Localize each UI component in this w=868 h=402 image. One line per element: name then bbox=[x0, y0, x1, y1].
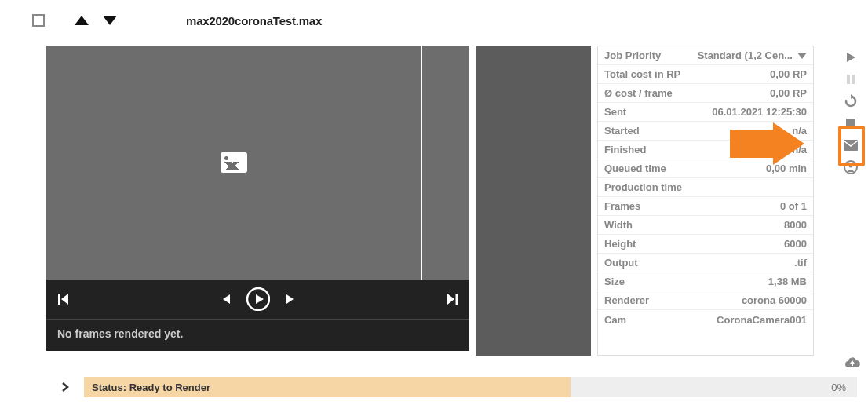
dropdown-icon bbox=[797, 53, 807, 59]
svg-marker-4 bbox=[256, 294, 264, 304]
vertical-toolbar bbox=[840, 49, 862, 176]
start-render-button[interactable] bbox=[841, 49, 860, 66]
svg-rect-7 bbox=[456, 294, 458, 305]
svg-rect-17 bbox=[852, 363, 853, 366]
info-value: 0,00 min bbox=[766, 163, 807, 174]
info-value: 6000 bbox=[784, 238, 807, 250]
svg-marker-5 bbox=[286, 294, 294, 304]
info-value: 1,38 MB bbox=[768, 276, 807, 287]
play-button[interactable] bbox=[246, 287, 270, 311]
info-label: Renderer bbox=[604, 294, 649, 306]
info-row: Output.tif bbox=[598, 254, 813, 272]
select-checkbox[interactable] bbox=[32, 14, 45, 27]
info-label: Production time bbox=[604, 181, 682, 193]
cloud-upload-button[interactable] bbox=[843, 355, 862, 372]
email-notify-button[interactable] bbox=[841, 137, 860, 154]
info-label: Height bbox=[604, 238, 636, 250]
info-value: .tif bbox=[794, 257, 807, 269]
info-label: Total cost in RP bbox=[604, 68, 680, 80]
info-label: Started bbox=[604, 125, 640, 137]
restart-render-button[interactable] bbox=[841, 93, 860, 110]
info-label: Sent bbox=[604, 106, 626, 118]
info-row: Production time bbox=[598, 178, 813, 197]
info-row: Startedn/a bbox=[598, 122, 813, 141]
info-value: Standard (1,2 Cen... bbox=[698, 49, 793, 61]
info-row: Frames0 of 1 bbox=[598, 197, 813, 216]
preview-main bbox=[46, 46, 422, 280]
sort-down-icon[interactable] bbox=[103, 16, 117, 25]
expand-status-button[interactable] bbox=[46, 377, 84, 397]
image-placeholder-icon bbox=[221, 152, 247, 173]
info-value: n/a bbox=[792, 125, 807, 137]
sort-up-icon[interactable] bbox=[75, 16, 89, 25]
stop-render-button[interactable] bbox=[841, 115, 860, 132]
pause-render-button[interactable] bbox=[841, 71, 860, 88]
preview-side bbox=[422, 46, 469, 280]
info-value: 8000 bbox=[784, 219, 807, 231]
status-bar[interactable]: Status: Ready to Render 0% bbox=[46, 377, 857, 397]
svg-rect-9 bbox=[847, 75, 850, 84]
no-frames-label: No frames rendered yet. bbox=[46, 319, 469, 351]
svg-rect-13 bbox=[844, 140, 858, 151]
info-label: Size bbox=[604, 276, 625, 287]
info-row: Size1,38 MB bbox=[598, 272, 813, 291]
info-value: 0,00 RP bbox=[770, 87, 807, 99]
info-label: Width bbox=[604, 219, 633, 231]
status-percent: 0% bbox=[831, 382, 857, 393]
info-value: 0 of 1 bbox=[780, 200, 807, 212]
info-value: CoronaCamera001 bbox=[717, 314, 807, 326]
job-info-panel: Job Priority Standard (1,2 Cen... Total … bbox=[597, 46, 814, 356]
info-row: Sent06.01.2021 12:25:30 bbox=[598, 103, 813, 122]
support-button[interactable] bbox=[841, 159, 860, 176]
prev-frame-button[interactable] bbox=[221, 294, 232, 305]
thumbnail-strip bbox=[476, 46, 591, 356]
info-label: Cam bbox=[604, 314, 626, 326]
info-value: 06.01.2021 12:25:30 bbox=[712, 106, 807, 118]
svg-point-15 bbox=[849, 164, 853, 168]
file-title: max2020coronaTest.max bbox=[186, 14, 322, 27]
playback-controls bbox=[46, 280, 469, 319]
info-value: 0,00 RP bbox=[770, 68, 807, 80]
info-row: Width8000 bbox=[598, 216, 813, 235]
info-row: Height6000 bbox=[598, 235, 813, 254]
info-row: Renderercorona 60000 bbox=[598, 291, 813, 310]
last-frame-button[interactable] bbox=[446, 293, 458, 305]
info-row-priority[interactable]: Job Priority Standard (1,2 Cen... bbox=[598, 46, 813, 65]
status-label: Status: Ready to Render bbox=[92, 382, 210, 393]
svg-marker-8 bbox=[847, 53, 855, 62]
info-value: n/a bbox=[792, 144, 807, 155]
svg-rect-0 bbox=[58, 294, 60, 305]
svg-marker-6 bbox=[447, 294, 454, 305]
info-row: Ø cost / frame0,00 RP bbox=[598, 84, 813, 103]
svg-marker-1 bbox=[61, 294, 68, 305]
preview-panel: No frames rendered yet. bbox=[46, 46, 469, 356]
svg-rect-10 bbox=[852, 75, 855, 84]
info-row: Total cost in RP0,00 RP bbox=[598, 65, 813, 84]
info-label: Ø cost / frame bbox=[604, 87, 673, 99]
info-label: Queued time bbox=[604, 163, 666, 174]
info-value: corona 60000 bbox=[742, 294, 807, 306]
info-label: Finished bbox=[604, 144, 646, 155]
next-frame-button[interactable] bbox=[284, 294, 295, 305]
svg-rect-12 bbox=[846, 119, 855, 128]
svg-marker-2 bbox=[223, 294, 230, 304]
info-row: CamCoronaCamera001 bbox=[598, 310, 813, 329]
info-label: Output bbox=[604, 257, 638, 269]
info-label: Frames bbox=[604, 200, 640, 212]
info-row: Finishedn/a bbox=[598, 141, 813, 159]
info-row: Queued time0,00 min bbox=[598, 159, 813, 178]
first-frame-button[interactable] bbox=[57, 293, 70, 305]
info-label: Job Priority bbox=[604, 49, 661, 61]
